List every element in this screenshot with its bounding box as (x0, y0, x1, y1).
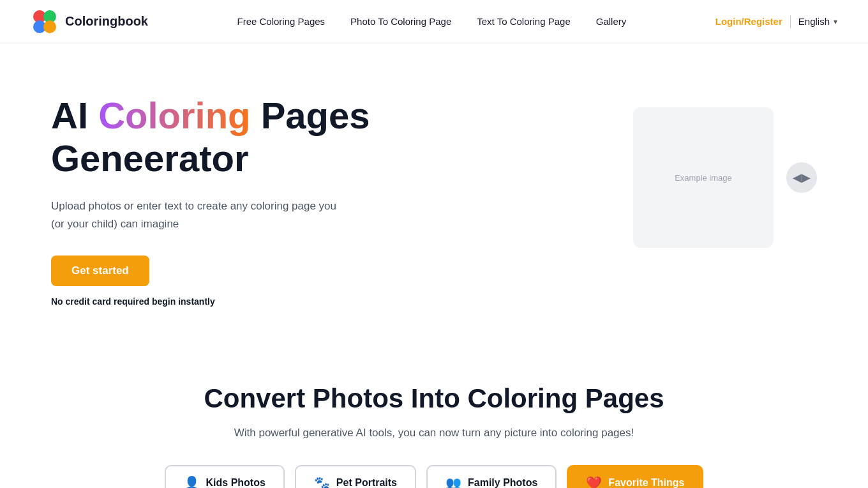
nav-right: Login/Register English ▾ (715, 15, 837, 28)
nav-free-coloring[interactable]: Free Coloring Pages (237, 16, 326, 27)
kids-icon: 👤 (184, 475, 200, 488)
get-started-button[interactable]: Get started (51, 255, 149, 286)
slider-icon: ◀▶ (793, 171, 811, 185)
slider-control-button[interactable]: ◀▶ (786, 162, 817, 193)
pets-icon: 🐾 (314, 475, 330, 488)
title-part2: Pages (251, 95, 370, 136)
example-image: Example image (633, 107, 774, 248)
hero-subtitle: Upload photos or enter text to create an… (51, 197, 345, 232)
category-buttons: 👤Kids Photos🐾Pet Portraits👥Family Photos… (26, 465, 842, 488)
nav-text-coloring[interactable]: Text To Coloring Page (477, 16, 570, 27)
nav-gallery[interactable]: Gallery (596, 16, 627, 27)
family-label: Family Photos (468, 477, 537, 488)
language-label: English (798, 16, 830, 27)
no-credit-text: No credit card required begin instantly (51, 296, 370, 307)
title-part1: AI (51, 95, 98, 136)
hero-title: AI Coloring Pages Geneerator (51, 95, 370, 179)
title-line2: Geneerator (51, 137, 248, 179)
hero-section: AI Coloring Pages Geneerator Upload phot… (0, 43, 868, 345)
pets-label: Pet Portraits (336, 477, 397, 488)
title-coloring-word: Coloring (98, 95, 250, 136)
svg-point-3 (43, 20, 56, 33)
nav-photo-coloring[interactable]: Photo To Coloring Page (350, 16, 451, 27)
hero-right: Example image ◀▶ (633, 95, 817, 248)
convert-section: Convert Photos Into Coloring Pages With … (0, 345, 868, 488)
chevron-down-icon: ▾ (834, 17, 837, 26)
example-image-label: Example image (675, 173, 732, 183)
convert-title: Convert Photos Into Coloring Pages (26, 383, 842, 414)
logo[interactable]: Coloringbook (31, 8, 148, 36)
hero-left: AI Coloring Pages Geneerator Upload phot… (51, 95, 370, 307)
category-btn-favorite[interactable]: ❤️Favorite Things (567, 465, 703, 488)
language-selector[interactable]: English ▾ (798, 16, 837, 27)
logo-text: Coloringbook (65, 14, 148, 29)
favorite-label: Favorite Things (608, 477, 684, 488)
convert-subtitle: With powerful generative AI tools, you c… (26, 427, 842, 439)
main-nav: Free Coloring Pages Photo To Coloring Pa… (237, 16, 627, 27)
nav-divider (790, 15, 791, 28)
kids-label: Kids Photos (206, 477, 266, 488)
header: Coloringbook Free Coloring Pages Photo T… (0, 0, 868, 43)
category-btn-family[interactable]: 👥Family Photos (426, 465, 557, 488)
category-btn-kids[interactable]: 👤Kids Photos (165, 465, 285, 488)
logo-icon (31, 8, 59, 36)
category-btn-pets[interactable]: 🐾Pet Portraits (295, 465, 416, 488)
family-icon: 👥 (445, 475, 461, 488)
favorite-icon: ❤️ (586, 475, 602, 488)
login-register-link[interactable]: Login/Register (715, 16, 782, 27)
